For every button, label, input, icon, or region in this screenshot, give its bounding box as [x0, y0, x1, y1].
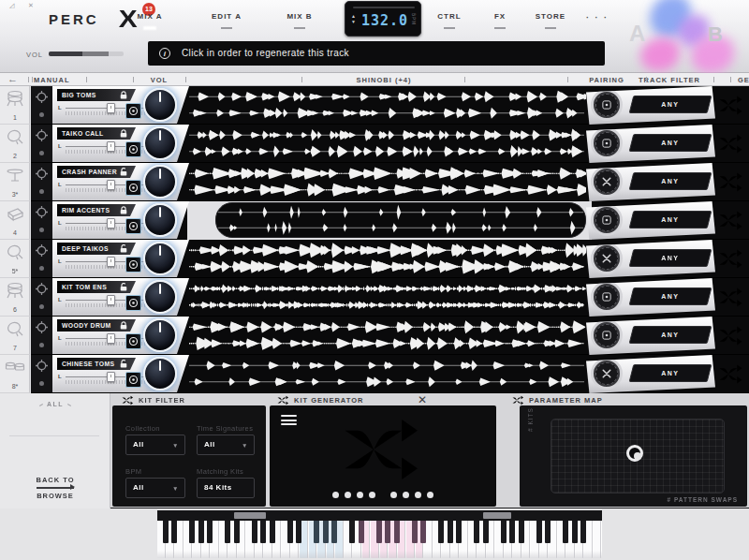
generate-track-icon[interactable] [718, 171, 744, 193]
track-name-plate[interactable]: TAIKO CALL [57, 127, 136, 140]
piano-black-key[interactable] [349, 521, 355, 543]
generate-track-icon[interactable] [718, 287, 744, 308]
pan-handle[interactable] [107, 295, 115, 305]
piano-black-key[interactable] [189, 521, 195, 543]
generator-dot[interactable] [427, 492, 433, 498]
piano-black-key[interactable] [509, 521, 515, 543]
piano-black-key[interactable] [420, 521, 426, 543]
track-filter-button[interactable]: ANY [629, 172, 712, 190]
output-route-button[interactable] [125, 218, 141, 234]
track-filter-button[interactable]: ANY [629, 134, 712, 152]
generator-dot[interactable] [345, 492, 351, 498]
piano-black-key[interactable] [225, 521, 230, 543]
track-name-plate[interactable]: CHINESE TOMS [57, 358, 136, 370]
piano-black-key[interactable] [501, 521, 507, 543]
waveform[interactable] [187, 87, 586, 123]
collection-dropdown[interactable]: All ▼ [125, 435, 185, 455]
track-type-cell[interactable]: 4 [0, 201, 30, 240]
pairing-button[interactable] [591, 166, 623, 198]
generator-dot[interactable] [403, 492, 409, 498]
preset-name-label[interactable]: SHINOBI (+4) [309, 76, 459, 84]
pan-handle[interactable] [107, 372, 115, 382]
lock-closed-icon[interactable] [119, 206, 128, 214]
pairing-button[interactable] [591, 281, 623, 313]
waveform[interactable] [187, 279, 586, 315]
piano-black-key[interactable] [287, 521, 293, 543]
track-focus-button[interactable] [31, 125, 52, 163]
track-focus-button[interactable] [31, 317, 52, 355]
waveform-area[interactable] [187, 317, 586, 353]
pairing-button[interactable] [591, 358, 623, 390]
bpm-value[interactable]: 132.0 [360, 12, 409, 29]
track-focus-button[interactable] [31, 278, 52, 317]
track-type-cell[interactable]: 1 [0, 86, 30, 125]
lock-open-icon[interactable] [119, 283, 128, 291]
lock-closed-icon[interactable] [119, 321, 128, 330]
track-volume-knob[interactable] [143, 88, 177, 122]
waveform[interactable] [187, 317, 586, 353]
pairing-button[interactable] [591, 127, 623, 159]
piano-black-key[interactable] [448, 521, 453, 543]
waveform[interactable] [187, 164, 586, 199]
track-name-plate[interactable]: WOODY DRUM [57, 319, 136, 332]
xy-target-puck[interactable] [626, 445, 643, 462]
close-icon[interactable]: ✕ [28, 2, 34, 9]
bpm-filter-dropdown[interactable]: All ▼ [125, 478, 185, 498]
piano-black-key[interactable] [412, 521, 418, 543]
output-route-button[interactable] [125, 333, 141, 349]
piano-black-key[interactable] [260, 521, 266, 543]
piano-black-key[interactable] [234, 521, 240, 543]
piano-black-key[interactable] [376, 521, 382, 543]
track-volume-knob[interactable] [143, 280, 177, 314]
piano-black-key[interactable] [331, 521, 337, 543]
waveform-area[interactable] [187, 241, 586, 276]
piano-black-key[interactable] [314, 521, 319, 543]
time-signatures-dropdown[interactable]: All ▼ [197, 435, 255, 455]
piano-black-key[interactable] [456, 521, 462, 543]
bpm-display[interactable]: ▲ ▼ 132.0 BPM [345, 1, 421, 37]
back-arrow-button[interactable]: ← [7, 73, 19, 84]
piano-black-key[interactable] [171, 521, 177, 543]
track-focus-button[interactable] [31, 355, 52, 393]
lock-open-icon[interactable] [119, 244, 128, 253]
track-filter-button[interactable]: ANY [629, 249, 712, 267]
pan-handle[interactable] [107, 333, 115, 344]
output-route-button[interactable] [125, 180, 141, 196]
generate-track-icon[interactable] [718, 248, 744, 270]
pairing-button[interactable] [591, 319, 623, 351]
generate-track-icon[interactable] [718, 325, 744, 346]
close-kit-generator-button[interactable]: ✕ [418, 393, 427, 406]
track-filter-button[interactable]: ANY [629, 96, 712, 113]
pairing-button[interactable] [591, 89, 623, 121]
waveform-area[interactable] [187, 87, 586, 123]
master-vol-slider[interactable] [49, 52, 124, 56]
piano-black-key[interactable] [270, 521, 275, 543]
piano-black-key[interactable] [252, 521, 257, 543]
output-route-button[interactable] [125, 372, 141, 388]
generate-track-icon[interactable] [718, 210, 744, 231]
snapshot-a-button[interactable]: A [629, 21, 645, 47]
lock-closed-icon[interactable] [119, 91, 128, 99]
pan-handle[interactable] [107, 103, 115, 113]
track-type-cell[interactable]: 2 [0, 125, 30, 163]
pan-handle[interactable] [107, 257, 115, 267]
waveform-area[interactable] [187, 164, 586, 199]
generator-dot[interactable] [369, 492, 375, 498]
generator-dot[interactable] [390, 492, 397, 498]
track-volume-knob[interactable] [143, 318, 177, 352]
piano-black-key[interactable] [323, 521, 329, 543]
piano-black-key[interactable] [519, 521, 524, 543]
track-volume-knob[interactable] [143, 203, 177, 237]
pan-handle[interactable] [107, 218, 115, 228]
back-to-browse-button[interactable]: BACK TO BROWSE [0, 476, 110, 500]
piano-black-key[interactable] [474, 521, 479, 543]
piano-black-key[interactable] [394, 521, 400, 543]
track-name-plate[interactable]: RIM ACCENTS [57, 204, 136, 216]
waveform[interactable] [216, 203, 585, 237]
output-route-button[interactable] [125, 103, 141, 119]
tab-mix-b[interactable]: MIX B [270, 12, 330, 29]
piano-black-key[interactable] [385, 521, 390, 543]
piano-black-key[interactable] [359, 521, 364, 543]
output-route-button[interactable] [125, 295, 141, 311]
generate-track-icon[interactable] [718, 133, 744, 155]
